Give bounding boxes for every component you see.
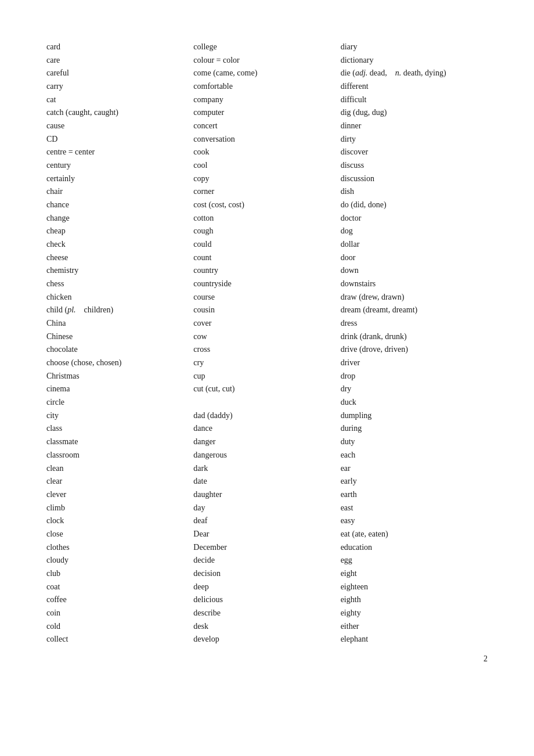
list-item: China — [46, 317, 193, 330]
list-item: corner — [193, 185, 340, 199]
list-item: chance — [46, 199, 193, 212]
list-item: duty — [341, 435, 488, 449]
word-columns: cardcarecarefulcarrycatcatch (caught, ca… — [46, 41, 488, 646]
list-item: delicious — [193, 593, 340, 607]
list-item: care — [46, 54, 193, 67]
list-item: class — [46, 422, 193, 435]
list-item: cry — [193, 357, 340, 370]
list-item: decision — [193, 567, 340, 581]
list-item: duck — [341, 396, 488, 409]
list-item: catch (caught, caught) — [46, 106, 193, 120]
list-item: downstairs — [341, 278, 488, 291]
list-item: desk — [193, 620, 340, 633]
list-item: eighteen — [341, 581, 488, 594]
list-item: cook — [193, 146, 340, 159]
column-col3: diarydictionarydie (adj. dead, n. death,… — [341, 41, 488, 646]
list-item: discover — [341, 146, 488, 159]
list-item: careful — [46, 67, 193, 80]
list-item: cup — [193, 370, 340, 383]
list-item: education — [341, 541, 488, 555]
list-item: easy — [341, 514, 488, 528]
list-item: cold — [46, 620, 193, 633]
list-item: college — [193, 41, 340, 54]
list-item: climb — [46, 502, 193, 515]
list-item: computer — [193, 106, 340, 120]
list-item: conversation — [193, 133, 340, 146]
list-item: classmate — [46, 435, 193, 449]
list-item: decide — [193, 554, 340, 567]
list-item: coat — [46, 581, 193, 594]
list-item: chocolate — [46, 343, 193, 357]
list-item: cloudy — [46, 554, 193, 567]
list-item: cat — [46, 93, 193, 107]
list-item: cover — [193, 317, 340, 330]
column-col2: collegecolour = colorcome (came, come)co… — [193, 41, 340, 646]
list-item: count — [193, 251, 340, 265]
list-item: close — [46, 528, 193, 541]
list-item: CD — [46, 133, 193, 146]
list-item: choose (chose, chosen) — [46, 357, 193, 370]
list-item: December — [193, 541, 340, 555]
list-item: chemistry — [46, 264, 193, 278]
list-item: danger — [193, 435, 340, 449]
list-item: cinema — [46, 383, 193, 396]
list-item: drink (drank, drunk) — [341, 330, 488, 344]
list-item: chicken — [46, 291, 193, 304]
list-item: daughter — [193, 488, 340, 502]
list-item: coffee — [46, 593, 193, 607]
list-item: dictionary — [341, 54, 488, 67]
list-item: cross — [193, 343, 340, 357]
list-item: dangerous — [193, 449, 340, 462]
list-item: carry — [46, 80, 193, 93]
list-item: cool — [193, 159, 340, 172]
list-item: different — [341, 80, 488, 93]
list-item — [193, 396, 340, 409]
list-item: elephant — [341, 633, 488, 646]
list-item: change — [46, 212, 193, 225]
list-item: classroom — [46, 449, 193, 462]
list-item: dry — [341, 383, 488, 396]
list-item: cut (cut, cut) — [193, 383, 340, 396]
list-item: concert — [193, 120, 340, 133]
list-item: chess — [46, 278, 193, 291]
list-item: driver — [341, 357, 488, 370]
list-item: Dear — [193, 528, 340, 541]
list-item: deep — [193, 581, 340, 594]
list-item: circle — [46, 396, 193, 409]
list-item: centre = center — [46, 146, 193, 159]
list-item: check — [46, 238, 193, 251]
list-item: child (pl. children) — [46, 304, 193, 317]
list-item: dad (daddy) — [193, 409, 340, 423]
list-item: doctor — [341, 212, 488, 225]
list-item: cause — [46, 120, 193, 133]
list-item: clock — [46, 514, 193, 528]
list-item: diary — [341, 41, 488, 54]
list-item: discuss — [341, 159, 488, 172]
list-item: colour = color — [193, 54, 340, 67]
list-item: develop — [193, 633, 340, 646]
list-item: ear — [341, 462, 488, 476]
list-item: cost (cost, cost) — [193, 199, 340, 212]
list-item: comfortable — [193, 80, 340, 93]
list-item: early — [341, 475, 488, 488]
list-item: clothes — [46, 541, 193, 555]
list-item: dumpling — [341, 409, 488, 423]
list-item: cousin — [193, 304, 340, 317]
list-item: dig (dug, dug) — [341, 106, 488, 120]
list-item: eight — [341, 567, 488, 581]
list-item: east — [341, 502, 488, 515]
list-item: collect — [46, 633, 193, 646]
list-item: countryside — [193, 278, 340, 291]
list-item: difficult — [341, 93, 488, 107]
list-item: either — [341, 620, 488, 633]
list-item: clear — [46, 475, 193, 488]
list-item: dog — [341, 225, 488, 238]
list-item: eighth — [341, 593, 488, 607]
list-item: company — [193, 93, 340, 107]
list-item: die (adj. dead, n. death, dying) — [341, 67, 488, 80]
list-item: come (came, come) — [193, 67, 340, 80]
list-item: certainly — [46, 172, 193, 186]
list-item: down — [341, 264, 488, 278]
list-item: century — [46, 159, 193, 172]
list-item: dress — [341, 317, 488, 330]
